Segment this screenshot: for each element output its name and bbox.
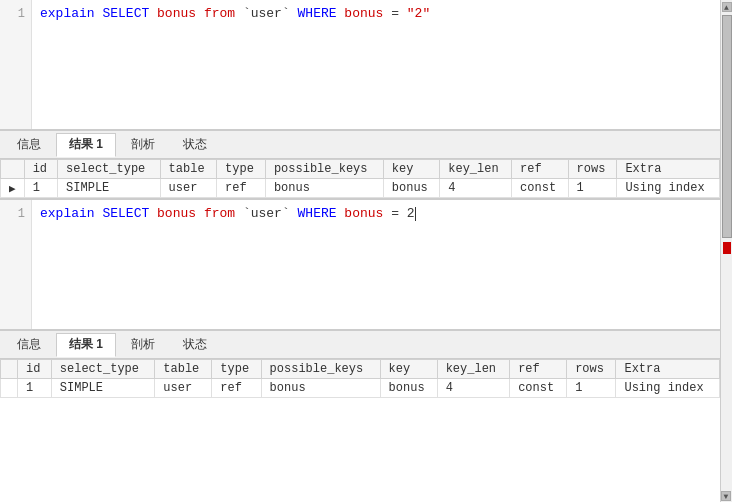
- tab-info-1[interactable]: 信息: [4, 133, 54, 157]
- value-1: "2": [407, 6, 430, 21]
- td-id-1: 1: [24, 179, 57, 198]
- table-row-1: ▶ 1 SIMPLE user ref bonus bonus 4 const …: [1, 179, 720, 198]
- cursor-value-2: 2: [407, 206, 415, 221]
- backtick-user-1: `user`: [243, 6, 290, 21]
- sql-line-2: explain SELECT bonus from `user` WHERE b…: [40, 204, 712, 224]
- scrollbar-bottom-section: ▼: [721, 256, 732, 502]
- th-key-2: key: [380, 360, 437, 379]
- result-table-wrapper-2: id select_type table type possible_keys …: [0, 359, 720, 398]
- th-rows-2: rows: [567, 360, 616, 379]
- th-empty-2: [1, 360, 18, 379]
- result-table-1: id select_type table type possible_keys …: [0, 159, 720, 198]
- td-rows-1: 1: [568, 179, 617, 198]
- th-extra-2: Extra: [616, 360, 720, 379]
- result-area-1: 信息 结果 1 剖析 状态 id select_type table type …: [0, 130, 720, 198]
- th-possible-keys-2: possible_keys: [261, 360, 380, 379]
- td-extra-2: Using index: [616, 379, 720, 398]
- td-type-2: ref: [212, 379, 261, 398]
- td-ref-2: const: [510, 379, 567, 398]
- field-bonus-1: bonus: [157, 6, 196, 21]
- tab-status-1[interactable]: 状态: [170, 133, 220, 157]
- right-scrollbar[interactable]: ▲ ▼: [720, 0, 732, 502]
- line-number-1: 1: [0, 4, 31, 24]
- main-content: 1 explain SELECT bonus from `user` WHERE…: [0, 0, 720, 502]
- th-possible-keys-1: possible_keys: [265, 160, 383, 179]
- td-key-1: bonus: [383, 179, 439, 198]
- th-table-2: table: [155, 360, 212, 379]
- sql-content-2[interactable]: explain SELECT bonus from `user` WHERE b…: [32, 200, 720, 228]
- th-empty-1: [1, 160, 25, 179]
- sql-panel-2: 1 explain SELECT bonus from `user` WHERE…: [0, 200, 720, 330]
- tab-result-1[interactable]: 结果 1: [56, 133, 116, 157]
- text-cursor: [415, 207, 416, 221]
- scrollbar-top-section: ▲: [721, 0, 732, 240]
- row-indicator-1: ▶: [1, 179, 25, 198]
- sql-content-1[interactable]: explain SELECT bonus from `user` WHERE b…: [32, 0, 720, 28]
- result-table-2: id select_type table type possible_keys …: [0, 359, 720, 398]
- td-possible-keys-2: bonus: [261, 379, 380, 398]
- td-extra-1: Using index: [617, 179, 720, 198]
- th-extra-1: Extra: [617, 160, 720, 179]
- th-select-type-1: select_type: [58, 160, 161, 179]
- scroll-up-btn[interactable]: ▲: [722, 2, 732, 12]
- cond-field-1: bonus: [344, 6, 383, 21]
- sql-panel-1: 1 explain SELECT bonus from `user` WHERE…: [0, 0, 720, 130]
- result-area-2: 信息 结果 1 剖析 状态 id select_type table type …: [0, 330, 720, 398]
- th-rows-1: rows: [568, 160, 617, 179]
- scroll-down-btn[interactable]: ▼: [721, 491, 731, 501]
- th-key-len-1: key_len: [440, 160, 512, 179]
- td-key-2: bonus: [380, 379, 437, 398]
- line-number-2: 1: [0, 204, 31, 224]
- th-ref-1: ref: [512, 160, 568, 179]
- th-select-type-2: select_type: [51, 360, 155, 379]
- td-key-len-1: 4: [440, 179, 512, 198]
- td-select-type-2: SIMPLE: [51, 379, 155, 398]
- tab-info-2[interactable]: 信息: [4, 333, 54, 357]
- line-numbers-1: 1: [0, 0, 32, 129]
- red-position-indicator: [723, 242, 731, 254]
- table-header-row-1: id select_type table type possible_keys …: [1, 160, 720, 179]
- kw-select-2: SELECT: [102, 206, 149, 221]
- td-id-2: 1: [18, 379, 52, 398]
- td-ref-1: const: [512, 179, 568, 198]
- td-key-len-2: 4: [437, 379, 510, 398]
- result-table-wrapper-1: id select_type table type possible_keys …: [0, 159, 720, 198]
- td-table-2: user: [155, 379, 212, 398]
- th-type-1: type: [217, 160, 266, 179]
- scroll-thumb-top[interactable]: [722, 15, 732, 238]
- th-id-1: id: [24, 160, 57, 179]
- th-id-2: id: [18, 360, 52, 379]
- kw-from-1: from: [204, 6, 235, 21]
- td-table-1: user: [160, 179, 216, 198]
- tabs-bar-1: 信息 结果 1 剖析 状态: [0, 131, 720, 159]
- row-indicator-2: [1, 379, 18, 398]
- kw-from-2: from: [204, 206, 235, 221]
- kw-explain-2: explain: [40, 206, 95, 221]
- th-type-2: type: [212, 360, 261, 379]
- operator-2: =: [391, 206, 407, 221]
- th-key-1: key: [383, 160, 439, 179]
- tab-profile-1[interactable]: 剖析: [118, 133, 168, 157]
- td-type-1: ref: [217, 179, 266, 198]
- kw-where-2: WHERE: [298, 206, 337, 221]
- tab-result-2[interactable]: 结果 1: [56, 333, 116, 357]
- operator-1: =: [391, 6, 407, 21]
- td-possible-keys-1: bonus: [265, 179, 383, 198]
- td-select-type-1: SIMPLE: [58, 179, 161, 198]
- line-numbers-2: 1: [0, 200, 32, 329]
- table-row-2: 1 SIMPLE user ref bonus bonus 4 const 1 …: [1, 379, 720, 398]
- sql-line-1: explain SELECT bonus from `user` WHERE b…: [40, 4, 712, 24]
- th-table-1: table: [160, 160, 216, 179]
- backtick-user-2: `user`: [243, 206, 290, 221]
- kw-explain-1: explain: [40, 6, 95, 21]
- tab-profile-2[interactable]: 剖析: [118, 333, 168, 357]
- cond-field-2: bonus: [344, 206, 383, 221]
- table-header-row-2: id select_type table type possible_keys …: [1, 360, 720, 379]
- td-rows-2: 1: [567, 379, 616, 398]
- kw-where-1: WHERE: [298, 6, 337, 21]
- field-bonus-2: bonus: [157, 206, 196, 221]
- th-key-len-2: key_len: [437, 360, 510, 379]
- kw-select-1: SELECT: [102, 6, 149, 21]
- tabs-bar-2: 信息 结果 1 剖析 状态: [0, 331, 720, 359]
- tab-status-2[interactable]: 状态: [170, 333, 220, 357]
